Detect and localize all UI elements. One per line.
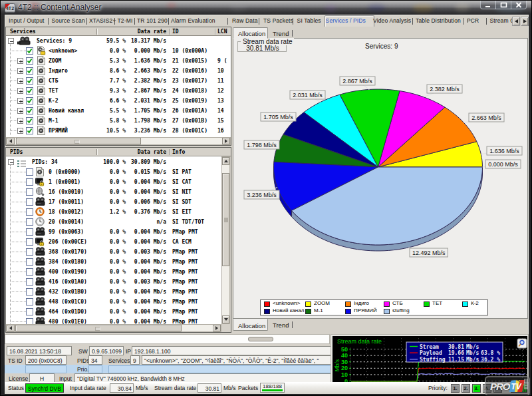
- row-checkbox[interactable]: [26, 288, 33, 296]
- row-checkbox[interactable]: [26, 218, 33, 226]
- scroll-left-button[interactable]: [7, 325, 15, 331]
- tab-input-output[interactable]: Input / Output: [9, 17, 45, 24]
- row-checkbox[interactable]: [26, 178, 33, 186]
- row-checkbox[interactable]: [26, 268, 33, 276]
- row-checkbox[interactable]: [26, 228, 33, 236]
- splitter-grip[interactable]: [248, 337, 273, 341]
- column-separator[interactable]: [215, 29, 215, 35]
- row-checkbox[interactable]: [26, 298, 33, 305]
- minimize-button[interactable]: [480, 1, 496, 9]
- row-checkbox-checked[interactable]: [26, 87, 33, 95]
- pid-row[interactable]: 0 (0x0000) 0.0 % 0.015 Mb/s SI PAT: [6, 167, 222, 177]
- pid-row[interactable]: 206 (0x00CE) 0.0 % 0.004 Mb/s CA ECM: [6, 237, 222, 247]
- row-checkbox[interactable]: [26, 278, 33, 286]
- service-row[interactable]: <unknown> 0.0 % 0.000 Mb/s 10 (0x000A): [6, 46, 231, 56]
- pid-row[interactable]: 400 (0x0190) 0.0 % 0.004 Mb/s PMap PMT: [6, 267, 222, 277]
- pid-row[interactable]: 99 (0x0063) 0.0 % 0.004 Mb/s PMap PMT: [6, 227, 222, 237]
- pid-row[interactable]: 448 (0x01C0) 0.0 % 0.004 Mb/s PMap PMT: [6, 297, 222, 307]
- scroll-down-button[interactable]: [222, 315, 229, 323]
- services-tree[interactable]: Services: 9 59.5 % 18.317 Mb/s <unknown>…: [6, 36, 231, 137]
- allocation-pie-chart[interactable]: 2.867 Mb/s 2.382 Mb/s 2.663 Mb/s 1.636 M…: [233, 39, 527, 318]
- pid-row[interactable]: 464 (0x01D0) 0.0 % 0.004 Mb/s PMap PMT: [6, 307, 222, 317]
- pid-row[interactable]: 384 (0x0180) 0.0 % 0.004 Mb/s PMap PMT: [6, 257, 222, 267]
- pid-row[interactable]: 480 (0x01E0) 0.0 % 0.004 Mb/s PMap PMT: [6, 317, 222, 324]
- tab-si-tables[interactable]: SI Tables: [297, 17, 321, 24]
- pids-tree[interactable]: PIDs: 34 100.0 % 30.809 Mb/s 0 (0x0000) …: [6, 156, 222, 324]
- pids-hscrollbar[interactable]: [6, 324, 221, 332]
- close-button[interactable]: [511, 1, 527, 9]
- tab-source-scan[interactable]: Source Scan: [52, 17, 85, 24]
- service-row[interactable]: К-2 6.6 % 2.031 Mb/s 25 (0x0019) 13: [6, 96, 231, 106]
- tree-expander-minus[interactable]: [8, 159, 14, 165]
- services-table-header[interactable]: Services Data rate ID LCN: [6, 27, 231, 36]
- service-row[interactable]: СТБ 7.7 % 2.382 Mb/s 23 (0x0017) 11: [6, 76, 231, 86]
- pids-table-header[interactable]: PIDs Data rate Info: [6, 148, 231, 156]
- tree-expander-plus[interactable]: [17, 98, 23, 104]
- scroll-thumb[interactable]: [16, 138, 141, 144]
- row-checkbox-checked[interactable]: [26, 57, 33, 65]
- service-row[interactable]: М-1 5.8 % 1.798 Mb/s 27 (0x001B) 15: [6, 116, 231, 126]
- row-checkbox[interactable]: [26, 168, 33, 176]
- allocation-tab-top[interactable]: Allocation: [233, 27, 268, 39]
- service-row[interactable]: ТЕТ 9.3 % 2.867 Mb/s 24 (0x0018) 12: [6, 86, 231, 96]
- column-separator[interactable]: [96, 29, 97, 35]
- tab-ts-packets[interactable]: TS Packets: [263, 17, 293, 24]
- row-checkbox[interactable]: [26, 318, 33, 324]
- tree-expander-plus[interactable]: [17, 128, 23, 134]
- scroll-left-button[interactable]: [7, 138, 15, 144]
- pids-root-row[interactable]: PIDs: 34 100.0 % 30.809 Mb/s: [6, 157, 222, 167]
- tree-expander-minus[interactable]: [8, 38, 14, 44]
- tab-stream-c[interactable]: Stream C: [489, 17, 512, 24]
- tab-scroll-right-button[interactable]: [521, 17, 529, 26]
- row-checkbox[interactable]: [26, 308, 33, 315]
- pid-row[interactable]: 16 (0x0010) 0.0 % 0.004 Mb/s SI NIT: [6, 187, 222, 197]
- row-checkbox[interactable]: [26, 258, 33, 266]
- pid-row[interactable]: 432 (0x01B0) 0.0 % 0.004 Mb/s PMap PMT: [6, 287, 222, 297]
- row-checkbox-checked[interactable]: [26, 107, 33, 114]
- tab-t2-mi[interactable]: T2-MI: [118, 17, 133, 24]
- row-checkbox-checked[interactable]: [26, 127, 33, 134]
- tab-scroll-left-button[interactable]: [512, 17, 520, 26]
- app-icon[interactable]: 4T2: [5, 3, 15, 13]
- pid-row[interactable]: 20 (0x0014) n/a SI TDT/TOT: [6, 217, 222, 227]
- service-row[interactable]: Індиго 8.6 % 2.663 Mb/s 22 (0x0016) 10: [6, 66, 231, 76]
- row-checkbox-checked[interactable]: [26, 77, 33, 85]
- row-checkbox-checked[interactable]: [26, 67, 33, 75]
- trend-tab-top[interactable]: Trend: [273, 30, 289, 37]
- tree-expander-plus[interactable]: [17, 68, 23, 74]
- tree-expander-plus[interactable]: [17, 108, 23, 114]
- scroll-right-button[interactable]: [222, 138, 230, 144]
- tab-pcr[interactable]: PCR: [467, 17, 479, 24]
- tab-table-distribution[interactable]: Table Distribution: [416, 17, 461, 24]
- row-checkbox[interactable]: [26, 188, 33, 196]
- pid-row[interactable]: 1 (0x0001) 0.0 % 0.004 Mb/s SI CAT: [6, 177, 222, 187]
- service-row[interactable]: ZOOM 5.3 % 1.636 Mb/s 21 (0x0015) 9 (: [6, 56, 231, 66]
- row-checkbox-checked[interactable]: [26, 97, 33, 104]
- tree-expander-plus[interactable]: [17, 78, 23, 84]
- tab-xtasis2-[interactable]: XTASIS2+: [89, 17, 116, 24]
- service-row[interactable]: Новий канал 5.5 % 1.705 Mb/s 26 (0x001A)…: [6, 106, 231, 116]
- scroll-up-button[interactable]: [222, 157, 229, 165]
- services-root-row[interactable]: Services: 9 59.5 % 18.317 Mb/s: [6, 36, 231, 46]
- scroll-thumb[interactable]: [15, 325, 182, 331]
- trend-tab-bottom[interactable]: Trend: [273, 321, 289, 329]
- row-checkbox[interactable]: [26, 238, 33, 246]
- row-checkbox[interactable]: [26, 248, 33, 256]
- tab-services-pids[interactable]: Services / PIDs: [326, 17, 366, 24]
- row-checkbox[interactable]: [26, 198, 33, 206]
- pid-row[interactable]: 416 (0x01A0) 0.0 % 0.003 Mb/s PMap PMT: [6, 277, 222, 287]
- pid-row[interactable]: 368 (0x0170) 0.0 % 0.003 Mb/s PMap PMT: [6, 247, 222, 257]
- zoom-button[interactable]: [517, 339, 527, 348]
- column-separator[interactable]: [96, 149, 97, 155]
- column-separator[interactable]: [169, 149, 170, 155]
- service-row[interactable]: ПРЯМИЙ 10.5 % 3.236 Mb/s 28 (0x001C) 16: [6, 126, 231, 136]
- splitter-bar[interactable]: [5, 334, 330, 344]
- tree-expander-plus[interactable]: [17, 88, 23, 94]
- tree-expander-plus[interactable]: [17, 58, 23, 64]
- maximize-button[interactable]: [495, 1, 511, 9]
- tab-alarm-evaluation[interactable]: Alarm Evaluation: [171, 17, 215, 24]
- column-separator[interactable]: [169, 29, 170, 35]
- row-checkbox-checked[interactable]: [26, 47, 33, 55]
- pid-row[interactable]: 18 (0x0012) 1.2 % 0.376 Mb/s SI EIT: [6, 207, 222, 217]
- scroll-right-button[interactable]: [213, 325, 221, 331]
